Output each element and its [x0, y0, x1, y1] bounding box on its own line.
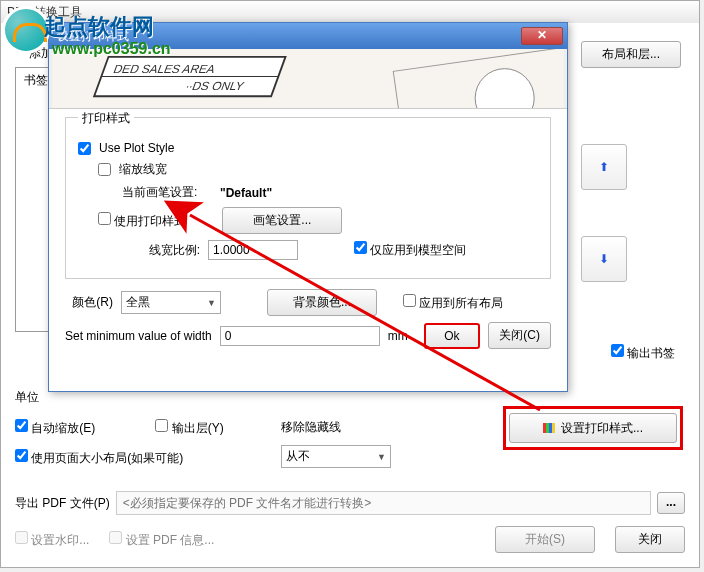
current-pen-label: 当前画笔设置: — [122, 184, 197, 201]
lineweight-ratio-label: 线宽比例: — [122, 242, 200, 259]
set-pdf-info-checkbox[interactable]: 设置 PDF 信息... — [109, 531, 214, 549]
main-titlebar: PDF 转换工具 — [1, 1, 699, 23]
scale-lineweight-checkbox[interactable]: 缩放线宽 — [98, 161, 538, 178]
print-style-dialog: 设置打印样式 ✕ DED SALES AREA ··DS ONLY 打印样式 U… — [48, 22, 568, 392]
dialog-close-button[interactable]: ✕ — [521, 27, 563, 45]
dialog-banner: DED SALES AREA ··DS ONLY — [49, 49, 567, 109]
color-select[interactable]: 全黑▼ — [121, 291, 221, 314]
lineweight-ratio-input[interactable] — [208, 240, 298, 260]
svg-text:··DS ONLY: ··DS ONLY — [184, 80, 246, 94]
rainbow-icon — [543, 421, 557, 435]
set-watermark-checkbox[interactable]: 设置水印... — [15, 531, 89, 549]
remove-hidden-label: 移除隐藏线 — [281, 419, 341, 436]
main-title: PDF 转换工具 — [7, 5, 82, 19]
current-pen-value: "Default" — [220, 186, 272, 200]
arrow-up-icon: ⬆ — [599, 160, 609, 174]
svg-rect-1 — [546, 423, 549, 433]
print-style-groupbox: 打印样式 Use Plot Style 缩放线宽 当前画笔设置: "Defaul… — [65, 117, 551, 279]
set-print-style-button[interactable]: 设置打印样式... — [509, 413, 677, 443]
start-button[interactable]: 开始(S) — [495, 526, 595, 553]
dialog-titlebar: 设置打印样式 ✕ — [49, 23, 567, 49]
layout-layers-button[interactable]: 布局和层... — [581, 41, 681, 68]
chevron-down-icon: ▼ — [207, 298, 216, 308]
svg-rect-0 — [543, 423, 546, 433]
browse-button[interactable]: ... — [657, 492, 685, 514]
chevron-down-icon: ▼ — [377, 452, 386, 462]
move-up-button[interactable]: ⬆ — [581, 144, 627, 190]
export-label: 导出 PDF 文件(P) — [15, 495, 110, 512]
remove-hidden-select[interactable]: 从不▼ — [281, 445, 391, 468]
export-path-input[interactable] — [116, 491, 651, 515]
apply-model-only-checkbox[interactable]: 仅应用到模型空间 — [354, 241, 466, 259]
ok-button[interactable]: Ok — [424, 323, 480, 349]
color-label: 颜色(R) — [65, 294, 113, 311]
svg-rect-3 — [552, 423, 555, 433]
highlight-box: 设置打印样式... — [503, 406, 683, 450]
use-plot-style-checkbox[interactable]: Use Plot Style — [78, 141, 538, 155]
use-print-style-checkbox[interactable]: 使用打印样式 — [98, 212, 186, 230]
output-layer-checkbox[interactable]: 输出层(Y) — [155, 419, 223, 437]
bg-color-button[interactable]: 背景颜色... — [267, 289, 377, 316]
min-width-label: Set minimum value of width — [65, 329, 212, 343]
dialog-title: 设置打印样式 — [57, 28, 521, 45]
min-width-input[interactable] — [220, 326, 380, 346]
svg-text:DED SALES AREA: DED SALES AREA — [112, 62, 219, 76]
svg-rect-2 — [549, 423, 552, 433]
pen-settings-button[interactable]: 画笔设置... — [222, 207, 342, 234]
unit-label: 单位 — [15, 389, 39, 406]
use-page-size-checkbox[interactable]: 使用页面大小布局(如果可能) — [15, 449, 183, 467]
close-button[interactable]: 关闭 — [615, 526, 685, 553]
auto-scale-checkbox[interactable]: 自动缩放(E) — [15, 419, 95, 437]
groupbox-legend: 打印样式 — [78, 110, 134, 127]
output-bookmark-checkbox[interactable]: 输出书签 — [611, 344, 675, 362]
close-icon: ✕ — [537, 28, 547, 42]
dialog-close-c-button[interactable]: 关闭(C) — [488, 322, 551, 349]
mm-label: mm — [388, 329, 408, 343]
move-down-button[interactable]: ⬇ — [581, 236, 627, 282]
arrow-down-icon: ⬇ — [599, 252, 609, 266]
apply-all-layouts-checkbox[interactable]: 应用到所有布局 — [403, 294, 503, 312]
